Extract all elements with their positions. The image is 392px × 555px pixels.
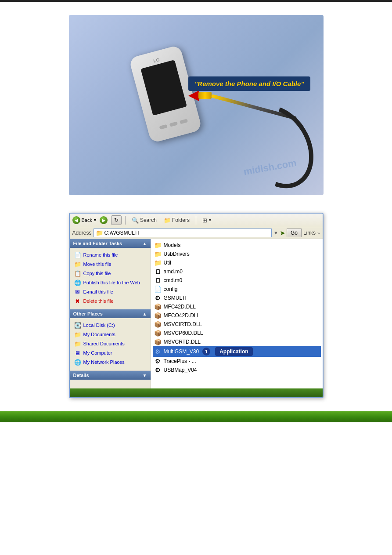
- address-dropdown-icon[interactable]: ▼: [273, 230, 278, 236]
- address-path: C:\WGSMULTI: [104, 230, 139, 236]
- right-panel: 📁 Models 📁 UsbDrivers 📁 Util 🗒 amd.m0 🗒: [151, 239, 323, 388]
- my-computer-icon: 🖥: [74, 349, 81, 356]
- email-label: E-mail this file: [83, 289, 113, 294]
- rename-label: Rename this file: [83, 252, 118, 258]
- publish-file-item[interactable]: 🌐 Publish this file to the Web: [73, 278, 147, 287]
- view-button[interactable]: ⊞ ▼: [200, 216, 215, 225]
- details-header[interactable]: Details ▼: [70, 371, 151, 380]
- my-network-places-icon: 🌐: [74, 359, 81, 366]
- links-expand-icon[interactable]: »: [317, 231, 320, 236]
- file-item-traceplus[interactable]: ⚙ TracePlus - ...: [153, 357, 321, 366]
- publish-label: Publish this file to the Web: [83, 280, 140, 285]
- my-documents-icon: 📁: [74, 331, 81, 338]
- file-name: MSVCP60D.DLL: [164, 330, 203, 336]
- dll-icon: 📦: [155, 303, 162, 310]
- file-tasks-title: File and Folder Tasks: [73, 241, 122, 246]
- file-item-util[interactable]: 📁 Util: [153, 258, 321, 267]
- move-file-item[interactable]: 📁 Move this file: [73, 260, 147, 268]
- file-item-msvcirtd[interactable]: 📦 MSVCIRTD.DLL: [153, 320, 321, 329]
- local-disk-item[interactable]: 💽 Local Disk (C:): [73, 321, 147, 330]
- move-label: Move this file: [83, 261, 111, 267]
- file-item-amd[interactable]: 🗒 amd.m0: [153, 267, 321, 276]
- file-item-mfco42d[interactable]: 📦 MFCO42D.DLL: [153, 311, 321, 320]
- file-name: config: [164, 286, 178, 292]
- move-icon: 📁: [74, 261, 81, 268]
- toolbar-separator-2: [196, 216, 196, 225]
- shared-documents-icon: 📁: [74, 340, 81, 347]
- file-item-msvcp60d[interactable]: 📦 MSVCP60D.DLL: [153, 329, 321, 337]
- address-input[interactable]: 📁 C:\WGSMULTI: [94, 229, 272, 237]
- forward-button[interactable]: ▶: [100, 216, 108, 224]
- file-name: UsbDrivers: [164, 251, 190, 257]
- bottom-strip: [0, 411, 392, 422]
- shared-documents-item[interactable]: 📁 Shared Documents: [73, 339, 147, 348]
- folder-icon: 📁: [155, 242, 162, 249]
- status-bar: [70, 388, 323, 397]
- copy-file-item[interactable]: 📋 Copy this file: [73, 269, 147, 278]
- file-tasks-section: File and Folder Tasks ▲ 📄 Rename this fi…: [70, 239, 151, 308]
- file-name: MFC42D.DLL: [164, 304, 196, 310]
- file-name: MSVCRTD.DLL: [164, 339, 201, 345]
- file-tasks-header[interactable]: File and Folder Tasks ▲: [70, 239, 151, 248]
- other-places-title: Other Places: [73, 311, 103, 316]
- cable-curve: [227, 92, 324, 195]
- delete-file-item[interactable]: ✖ Delete this file: [73, 297, 147, 305]
- my-network-places-label: My Network Places: [83, 359, 125, 365]
- view-icon: ⊞: [202, 217, 207, 224]
- file-item-models[interactable]: 📁 Models: [153, 241, 321, 250]
- app-label-badge: Application: [215, 347, 252, 356]
- dll-icon: 📦: [155, 330, 162, 337]
- email-file-item[interactable]: ✉ E-mail this file: [73, 287, 147, 296]
- search-button[interactable]: 🔍 Search: [129, 216, 159, 225]
- dll-icon: 📦: [155, 338, 162, 345]
- file-tasks-collapse-icon: ▲: [143, 241, 147, 246]
- back-label: Back: [82, 218, 92, 223]
- file-item-msvcrtd[interactable]: 📦 MSVCRTD.DLL: [153, 337, 321, 346]
- file-item-multigsm[interactable]: ⚙ MultiGSM_V30 1 Application: [153, 346, 321, 357]
- copy-label: Copy this file: [83, 271, 111, 276]
- rename-file-item[interactable]: 📄 Rename this file: [73, 250, 147, 259]
- back-button[interactable]: ◀ Back ▼: [72, 216, 97, 224]
- file-item-mfc42d[interactable]: 📦 MFC42D.DLL: [153, 302, 321, 311]
- address-go-arrow[interactable]: ➤: [280, 230, 285, 236]
- address-folder-icon: 📁: [96, 229, 103, 236]
- folders-icon: 📁: [164, 217, 171, 224]
- my-documents-item[interactable]: 📁 My Documents: [73, 330, 147, 339]
- red-arrow-icon: [188, 91, 199, 101]
- file-item-usbdrivers[interactable]: 📁 UsbDrivers: [153, 250, 321, 258]
- email-icon: ✉: [74, 288, 81, 295]
- phone-screen: [140, 60, 187, 116]
- address-label: Address: [72, 230, 92, 236]
- file-item-config[interactable]: 📄 config: [153, 285, 321, 294]
- copy-icon: 📋: [74, 270, 81, 277]
- address-bar: Address 📁 C:\WGSMULTI ▼ ➤ Go Links »: [70, 227, 323, 239]
- view-dropdown-icon: ▼: [208, 218, 212, 222]
- explorer-toolbar: ◀ Back ▼ ▶ ↻ 🔍 Search: [70, 214, 323, 227]
- file-name: MFCO42D.DLL: [164, 312, 200, 319]
- publish-icon: 🌐: [74, 279, 81, 286]
- forward-icon: ▶: [100, 216, 108, 224]
- file-icon: 🗒: [155, 277, 162, 284]
- app-icon: ⚙: [155, 358, 162, 365]
- app-icon: ⚙: [155, 366, 162, 374]
- local-disk-label: Local Disk (C:): [83, 323, 115, 328]
- dll-icon: 📦: [155, 321, 162, 328]
- other-places-header[interactable]: Other Places ▲: [70, 309, 151, 318]
- folders-button[interactable]: 📁 Folders: [161, 216, 192, 225]
- dll-icon: 📦: [155, 312, 162, 319]
- address-go-button[interactable]: Go: [287, 229, 302, 237]
- phone-buttons: [159, 119, 188, 130]
- my-computer-item[interactable]: 🖥 My Computer: [73, 348, 147, 357]
- shared-documents-label: Shared Documents: [83, 341, 125, 346]
- file-name: MSVCIRTD.DLL: [164, 321, 202, 327]
- refresh-button[interactable]: ↻: [111, 215, 122, 225]
- phone-logo: LG: [153, 57, 160, 63]
- toolbar-separator-1: [125, 216, 126, 225]
- refresh-icon: ↻: [114, 217, 119, 223]
- file-item-gsmulti[interactable]: ⚙ GSMULTI: [153, 294, 321, 302]
- my-network-places-item[interactable]: 🌐 My Network Places: [73, 358, 147, 366]
- file-item-cmd[interactable]: 🗒 cmd.m0: [153, 276, 321, 285]
- speech-bubble: "Remove the Phone and I/O Cable": [188, 76, 310, 91]
- explorer-window: ◀ Back ▼ ▶ ↻ 🔍 Search: [69, 213, 324, 398]
- file-item-usbmap[interactable]: ⚙ USBMap_V04: [153, 366, 321, 374]
